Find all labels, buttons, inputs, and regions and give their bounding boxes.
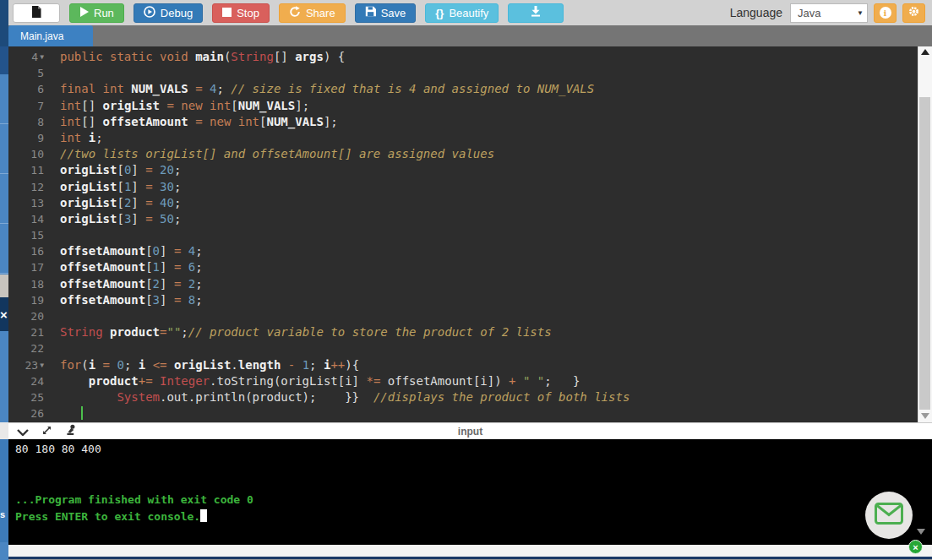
strip-segment — [0, 331, 8, 422]
line-number: 26 — [8, 405, 49, 421]
strip-segment — [0, 422, 8, 439]
console-output[interactable]: 80 180 80 400...Program finished with ex… — [8, 439, 932, 545]
code-line[interactable]: 19offsetAmount[3] = 8; — [8, 292, 918, 308]
console-block-cursor — [200, 509, 207, 522]
code-line[interactable]: 14origList[3] = 50; — [8, 211, 918, 227]
toolbar: Run Debug Stop Share — [8, 0, 932, 25]
code-line[interactable]: 17offsetAmount[1] = 6; — [8, 259, 918, 275]
line-number: 15 — [8, 227, 49, 243]
close-icon: × — [913, 542, 918, 552]
code-line[interactable]: 13origList[2] = 40; — [8, 195, 918, 211]
code-text: offsetAmount[2] = 2; — [49, 276, 203, 292]
code-line[interactable]: 10//two lists origList[] and offsetAmoun… — [8, 146, 918, 162]
code-line[interactable]: 25 System.out.println(product); }} //dis… — [8, 389, 918, 405]
code-line[interactable]: 8int[] offsetAmount = new int[NUM_VALS]; — [8, 114, 918, 130]
scroll-up-arrow-icon[interactable] — [921, 49, 929, 55]
bottom-bar — [8, 545, 932, 557]
code-line[interactable]: 9int i; — [8, 130, 918, 146]
toolbar-right: Language Java ▼ i — [730, 3, 925, 23]
circle-play-icon — [144, 6, 155, 20]
console-collapse-button[interactable] — [17, 424, 29, 439]
code-line[interactable]: 21String product="";// product variable … — [8, 324, 918, 340]
line-number: 7 — [8, 98, 49, 114]
editor-scrollbar[interactable] — [918, 46, 932, 422]
run-button[interactable]: Run — [69, 3, 124, 23]
info-button[interactable]: i — [874, 3, 897, 23]
beautify-button[interactable]: {} Beautify — [425, 3, 499, 23]
save-button[interactable]: Save — [355, 3, 417, 23]
code-line[interactable]: 6final int NUM_VALS = 4; // size is fixe… — [8, 81, 918, 97]
fold-arrow-icon[interactable]: ▼ — [40, 53, 44, 61]
line-number: 19 — [8, 292, 49, 308]
code-text: origList[2] = 40; — [49, 195, 181, 211]
line-number: 16 — [8, 243, 49, 259]
code-text — [49, 340, 60, 356]
strip-segment — [0, 74, 8, 275]
code-line[interactable]: 7int[] origList = new int[NUM_VALS]; — [8, 98, 918, 114]
left-edge-strip: ×s — [0, 0, 8, 560]
strip-segment: × — [0, 297, 8, 331]
settings-button[interactable] — [902, 3, 925, 23]
console-scroll-down-icon[interactable] — [917, 529, 925, 535]
strip-segment: s — [0, 439, 8, 542]
code-text — [49, 405, 83, 421]
line-number: 17 — [8, 259, 49, 275]
scrollbar-thumb[interactable] — [919, 97, 930, 410]
code-line[interactable]: 26 — [8, 405, 918, 421]
code-line[interactable]: 23▼for(i = 0; i <= origList.length - 1; … — [8, 357, 918, 373]
code-text: origList[1] = 30; — [49, 179, 181, 195]
new-file-button[interactable] — [13, 3, 60, 23]
share-button[interactable]: Share — [279, 3, 346, 23]
console-expand-button[interactable] — [41, 424, 52, 439]
download-button[interactable] — [508, 3, 564, 23]
code-line[interactable]: 16offsetAmount[0] = 4; — [8, 243, 918, 259]
tab-main-java[interactable]: Main.java — [8, 25, 93, 46]
share-button-label: Share — [306, 7, 335, 19]
language-select[interactable]: Java — [790, 3, 868, 23]
code-line[interactable]: 24 product+= Integer.toString(origList[i… — [8, 373, 918, 389]
language-label: Language — [730, 6, 782, 19]
code-text: final int NUM_VALS = 4; // size is fixed… — [49, 81, 594, 97]
code-line[interactable]: 20 — [8, 308, 918, 324]
play-icon — [79, 7, 89, 19]
code-line[interactable]: 5 — [8, 65, 918, 81]
line-number: 13 — [8, 195, 49, 211]
run-button-label: Run — [94, 7, 114, 19]
line-number: 10 — [8, 146, 49, 162]
line-number: 25 — [8, 389, 49, 405]
code-line[interactable]: 18offsetAmount[2] = 2; — [8, 276, 918, 292]
console-stdout-line — [15, 458, 932, 475]
code-line[interactable]: 4▼public static void main(String[] args)… — [8, 49, 918, 65]
line-number: 6 — [8, 81, 49, 97]
line-number: 5 — [8, 65, 49, 81]
chat-button[interactable] — [865, 492, 913, 539]
fold-arrow-icon[interactable]: ▼ — [40, 362, 44, 369]
console-stdout-line: 80 180 80 400 — [15, 441, 932, 458]
code-line[interactable]: 15 — [8, 227, 918, 243]
code-text: origList[3] = 50; — [49, 211, 181, 227]
code-text: offsetAmount[3] = 8; — [49, 292, 203, 308]
stop-button[interactable]: Stop — [212, 3, 270, 23]
code-text: offsetAmount[0] = 4; — [49, 243, 203, 259]
code-editor[interactable]: 4▼public static void main(String[] args)… — [8, 46, 932, 422]
console-lines: 80 180 80 400...Program finished with ex… — [15, 441, 932, 525]
code-line[interactable]: 12origList[1] = 30; — [8, 179, 918, 195]
line-number: 8 — [8, 114, 49, 130]
debug-button[interactable]: Debug — [134, 3, 203, 23]
code-line[interactable]: 22 — [8, 340, 918, 356]
gear-icon — [907, 5, 920, 20]
floppy-icon — [365, 6, 376, 19]
strip-glyph: s — [0, 509, 8, 519]
console-stamp-button[interactable] — [65, 424, 76, 439]
share-arrow-icon — [289, 6, 301, 20]
tab-label: Main.java — [20, 30, 63, 42]
scroll-down-arrow-icon[interactable] — [921, 413, 929, 419]
save-button-label: Save — [381, 7, 406, 19]
strip-segment — [0, 0, 8, 46]
code-text — [49, 308, 60, 324]
code-line[interactable]: 11origList[0] = 20; — [8, 162, 918, 178]
chat-close-badge[interactable]: × — [908, 540, 923, 554]
code-text: int[] offsetAmount = new int[NUM_VALS]; — [49, 114, 338, 130]
code-text — [49, 227, 60, 243]
line-number: 14 — [8, 211, 49, 227]
